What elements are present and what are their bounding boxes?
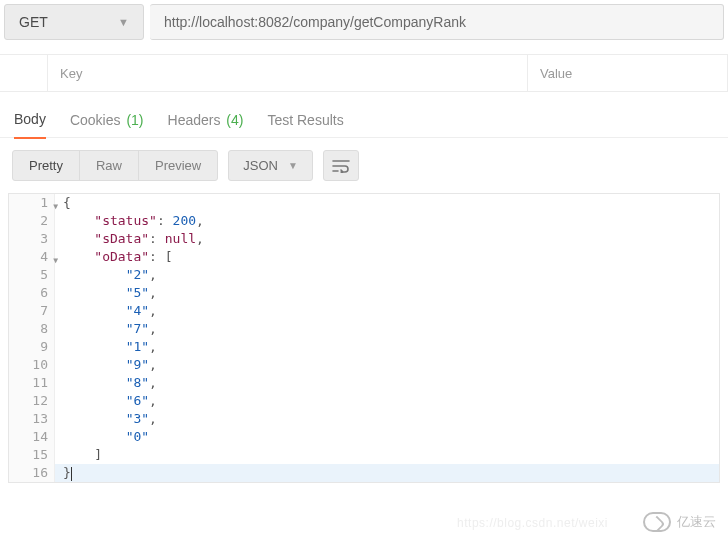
code-content: "8", [55,374,719,392]
code-content: "1", [55,338,719,356]
url-input[interactable] [150,4,724,40]
response-body-editor[interactable]: 1▼{2 "status": 200,3 "sData": null,4▼ "o… [8,193,720,483]
http-method-select[interactable]: GET ▼ [4,4,144,40]
line-number: 14 [9,428,55,446]
code-content: "7", [55,320,719,338]
code-line: 4▼ "oData": [ [9,248,719,266]
param-key-input[interactable]: Key [48,55,528,91]
pretty-button[interactable]: Pretty [13,151,80,180]
code-line: 15 ] [9,446,719,464]
tab-cookies[interactable]: Cookies (1) [70,112,144,138]
code-line: 5 "2", [9,266,719,284]
brand-watermark: 亿速云 [643,512,716,532]
code-line: 12 "6", [9,392,719,410]
code-line: 8 "7", [9,320,719,338]
param-value-input[interactable]: Value [528,55,728,91]
body-view-mode-group: Pretty Raw Preview [12,150,218,181]
line-number: 1▼ [9,194,55,212]
tab-headers[interactable]: Headers (4) [168,112,244,138]
chevron-down-icon: ▼ [288,160,298,171]
code-line: 2 "status": 200, [9,212,719,230]
line-number: 16 [9,464,55,482]
code-line: 9 "1", [9,338,719,356]
code-line: 10 "9", [9,356,719,374]
code-content: { [55,194,719,212]
cloud-icon [643,512,671,532]
line-number: 9 [9,338,55,356]
code-line: 6 "5", [9,284,719,302]
code-content: ] [55,446,719,464]
line-number: 7 [9,302,55,320]
line-number: 12 [9,392,55,410]
line-number: 15 [9,446,55,464]
code-content: "2", [55,266,719,284]
wrap-lines-button[interactable] [323,150,359,181]
line-number: 13 [9,410,55,428]
tab-body[interactable]: Body [14,111,46,139]
code-content: "5", [55,284,719,302]
line-number: 3 [9,230,55,248]
line-number: 2 [9,212,55,230]
line-number: 10 [9,356,55,374]
tab-count: (4) [222,112,243,128]
code-content: } [55,464,719,482]
line-number: 6 [9,284,55,302]
tab-count: (1) [123,112,144,128]
format-select[interactable]: JSON ▼ [228,150,313,181]
wrap-icon [332,159,350,173]
brand-label: 亿速云 [677,513,716,531]
line-number: 5 [9,266,55,284]
code-line: 7 "4", [9,302,719,320]
code-content: "4", [55,302,719,320]
code-line: 14 "0" [9,428,719,446]
params-table-row: Key Value [0,54,728,92]
line-number: 8 [9,320,55,338]
code-content: "0" [55,428,719,446]
code-content: "6", [55,392,719,410]
faint-watermark: https://blog.csdn.net/weixi [457,516,608,530]
code-line: 11 "8", [9,374,719,392]
http-method-label: GET [19,14,48,30]
code-content: "oData": [ [55,248,719,266]
code-content: "status": 200, [55,212,719,230]
line-number: 11 [9,374,55,392]
code-line: 16} [9,464,719,482]
format-label: JSON [243,158,278,173]
code-line: 13 "3", [9,410,719,428]
code-content: "9", [55,356,719,374]
raw-button[interactable]: Raw [80,151,139,180]
preview-button[interactable]: Preview [139,151,217,180]
response-tabs: BodyCookies (1)Headers (4)Test Results [0,92,728,138]
code-content: "3", [55,410,719,428]
line-number: 4▼ [9,248,55,266]
code-content: "sData": null, [55,230,719,248]
code-line: 3 "sData": null, [9,230,719,248]
params-handle [0,55,48,91]
chevron-down-icon: ▼ [118,16,129,28]
tab-test-results[interactable]: Test Results [267,112,343,138]
code-line: 1▼{ [9,194,719,212]
